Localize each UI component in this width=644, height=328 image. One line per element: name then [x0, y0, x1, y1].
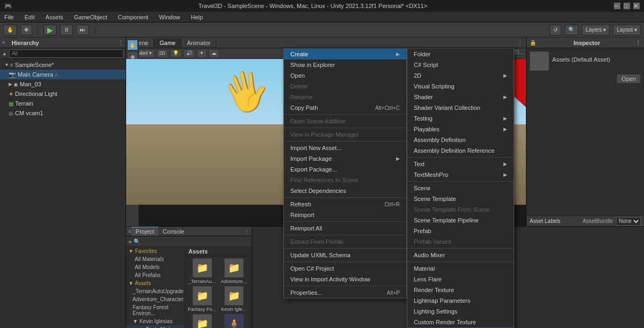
file-scenes[interactable]: 📁 Scenes: [187, 314, 217, 328]
add-btn[interactable]: +: [128, 238, 131, 245]
ctx-create[interactable]: Create ▶: [284, 49, 406, 59]
hierarchy-cm-vcam1[interactable]: ◎ CM vcam1: [0, 108, 126, 118]
tree-terrain-auto[interactable]: _TerrainAutoUpgrade: [126, 287, 185, 295]
scene-vfx-btn[interactable]: ✦: [197, 49, 207, 58]
inspector-options[interactable]: ⋮: [635, 40, 641, 46]
file-fantasy[interactable]: 📁 Fantasy Fo...: [187, 286, 217, 312]
ctx-reimport-all[interactable]: Reimport All: [284, 223, 406, 234]
hierarchy-directional-light[interactable]: ☀ Directional Light: [0, 89, 126, 99]
open-button[interactable]: Open: [617, 74, 641, 84]
file-man03[interactable]: 🧍 Man_03: [219, 314, 248, 328]
csub-scene-template[interactable]: Scene Template: [407, 193, 514, 204]
ctx-refresh[interactable]: Refresh Ctrl+R: [284, 199, 406, 210]
menu-gameobject[interactable]: GameObject: [72, 14, 109, 20]
ctx-properties[interactable]: Properties... Alt+P: [284, 287, 406, 298]
csub-material[interactable]: Material: [407, 263, 514, 274]
ctx-export-pkg[interactable]: Export Package...: [284, 164, 406, 175]
ctx-show-explorer[interactable]: Show in Explorer: [284, 59, 406, 70]
ctx-view-import-activity[interactable]: View in Import Activity Window: [284, 274, 406, 285]
csub-lightmap-params[interactable]: Lightmap Parameters: [407, 295, 514, 306]
csub-shader-variant[interactable]: Shader Variant Collection: [407, 102, 514, 113]
csub-assembly-def-ref[interactable]: Assembly Definition Reference: [407, 145, 514, 156]
search-btn[interactable]: 🔍: [565, 25, 579, 35]
all-prefabs[interactable]: All Prefabs: [126, 271, 185, 279]
project-tab[interactable]: Project: [131, 227, 158, 236]
hierarchy-options[interactable]: ⋮: [118, 40, 123, 46]
scene-lighting-btn[interactable]: 💡: [170, 49, 181, 58]
csub-scene[interactable]: Scene: [407, 183, 514, 193]
asset-bundle-select[interactable]: None: [616, 217, 641, 226]
animator-tab[interactable]: Animator: [181, 39, 216, 47]
scene-audio-btn[interactable]: 🔊: [184, 49, 195, 58]
menu-help[interactable]: Help: [188, 14, 205, 20]
ctx-copy-path[interactable]: Copy Path Alt+Ctrl+C: [284, 102, 406, 113]
hierarchy-main-camera[interactable]: 📷 Main Camera ⚠: [0, 70, 126, 79]
tree-basic-motions[interactable]: ▼ Basic Motions: [126, 325, 185, 328]
maximize-btn[interactable]: □: [624, 3, 630, 9]
csub-2d[interactable]: 2D ▶: [407, 70, 514, 81]
csub-custom-render[interactable]: Custom Render Texture: [407, 317, 514, 327]
scene-panel-options[interactable]: ⋮: [517, 40, 523, 46]
ctx-open[interactable]: Open: [284, 70, 406, 81]
pause-button[interactable]: ⏸: [60, 25, 73, 35]
console-tab[interactable]: Console: [158, 227, 188, 236]
minimize-btn[interactable]: ─: [614, 3, 620, 9]
play-button[interactable]: ▶: [43, 25, 57, 35]
csub-csharp[interactable]: C# Script: [407, 59, 514, 70]
all-materials[interactable]: All Materials: [126, 255, 185, 263]
toolbar-transform-btn[interactable]: ✋: [3, 25, 17, 35]
csub-text[interactable]: Text ▶: [407, 159, 514, 169]
csub-scene-template-pipeline[interactable]: Scene Template Pipeline: [407, 215, 514, 226]
favorites-header[interactable]: ▼ Favorites: [126, 247, 185, 255]
ctx-select-deps[interactable]: Select Dependencies: [284, 185, 406, 196]
csub-lens-flare[interactable]: Lens Flare: [407, 274, 514, 285]
csub-shader[interactable]: Shader ▶: [407, 92, 514, 102]
csub-prefab[interactable]: Prefab: [407, 226, 514, 236]
csub-lighting-settings[interactable]: Lighting Settings: [407, 306, 514, 317]
all-models[interactable]: All Models: [126, 263, 185, 271]
csub-playables[interactable]: Playables ▶: [407, 124, 514, 135]
ctx-import-asset[interactable]: Import New Asset...: [284, 143, 406, 153]
toolbar-move-btn[interactable]: ✥: [20, 25, 32, 35]
menu-file[interactable]: File: [2, 14, 16, 20]
tree-kevin-iglesias[interactable]: ▼ Kevin Iglesias: [126, 317, 185, 325]
game-tab[interactable]: Game: [154, 39, 181, 47]
hierarchy-back-btn[interactable]: ▲: [2, 51, 7, 56]
step-button[interactable]: ⏭: [76, 25, 89, 35]
close-btn[interactable]: ✕: [633, 3, 640, 9]
hierarchy-scene-root[interactable]: ▼ ≡ SampleScene*: [0, 60, 126, 70]
ctx-open-cs-project[interactable]: Open C# Project: [284, 263, 406, 274]
file-adventure[interactable]: 📁 Adventure...: [219, 258, 248, 284]
menu-window[interactable]: Window: [157, 14, 182, 20]
ctx-update-uxml[interactable]: Update UXML Schema: [284, 250, 406, 260]
menu-edit[interactable]: Edit: [23, 14, 37, 20]
hierarchy-search-input[interactable]: [9, 49, 123, 58]
undo-history-btn[interactable]: ↺: [550, 25, 561, 35]
csub-assembly-def[interactable]: Assembly Definition: [407, 135, 514, 145]
project-options[interactable]: ⋮: [244, 228, 250, 234]
menu-component[interactable]: Component: [115, 14, 150, 20]
file-terrain-auto[interactable]: 📁 _TerrainAu...: [187, 258, 217, 284]
tree-fantasy-forest[interactable]: Fantasy Forest Environ...: [126, 303, 185, 317]
scene-hidden-btn[interactable]: ☁: [209, 49, 219, 58]
tree-adventure-char[interactable]: Adventure_Character: [126, 295, 185, 303]
assets-header[interactable]: ▼ Assets: [126, 279, 185, 287]
project-search-icon[interactable]: 🔍: [134, 238, 140, 244]
hierarchy-terrain[interactable]: ▦ Terrain: [0, 99, 126, 108]
ctx-reimport[interactable]: Reimport: [284, 210, 406, 220]
hierarchy-man03[interactable]: ▶ ◉ Man_03: [0, 79, 126, 89]
csub-render-texture[interactable]: Render Texture: [407, 285, 514, 295]
csub-textmeshpro[interactable]: TextMeshPro ▶: [407, 169, 514, 180]
file-kevin[interactable]: 📁 Kevin Igle...: [219, 286, 248, 312]
title-bar-controls[interactable]: ─ □ ✕: [614, 3, 640, 9]
scene-2d-btn[interactable]: 2D: [157, 49, 169, 58]
menu-assets[interactable]: Assets: [43, 14, 65, 20]
csub-testing[interactable]: Testing ▶: [407, 113, 514, 124]
layout-btn[interactable]: Layout ▾: [613, 25, 641, 35]
layers-btn[interactable]: Layers ▾: [582, 25, 610, 35]
tool-hand[interactable]: ✋: [127, 40, 138, 50]
csub-folder[interactable]: Folder: [407, 49, 514, 59]
csub-visual-scripting[interactable]: Visual Scripting: [407, 81, 514, 92]
csub-audio-mixer[interactable]: Audio Mixer: [407, 250, 514, 260]
ctx-import-pkg[interactable]: Import Package ▶: [284, 153, 406, 164]
